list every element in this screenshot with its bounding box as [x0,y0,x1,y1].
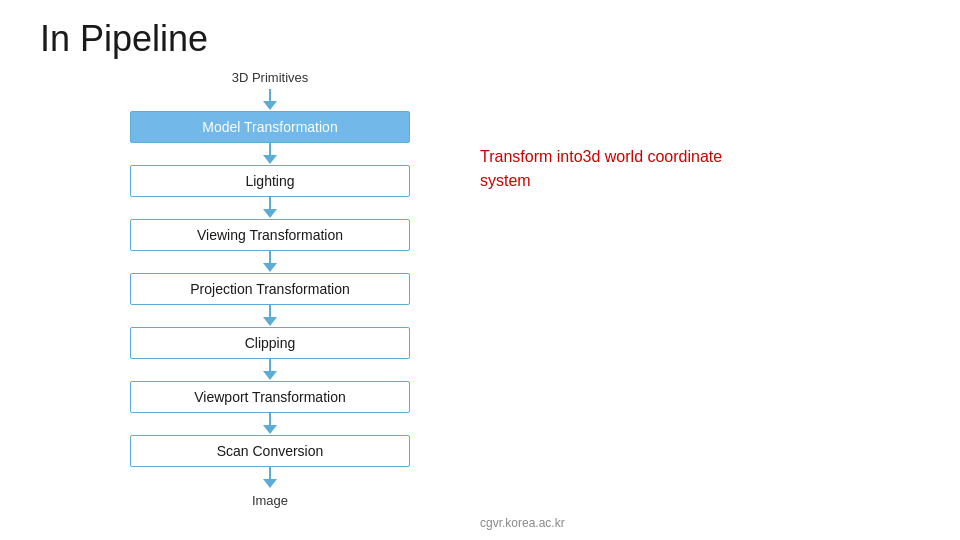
annotation: Transform into3d world coordinate system [480,145,722,193]
pipeline-container: 3D Primitives Model Transformation Light… [110,70,430,508]
arrow-top [263,89,277,111]
footer-text: cgvr.korea.ac.kr [480,516,565,530]
arrow-2 [263,197,277,219]
arrow-1 [263,143,277,165]
box-lighting: Lighting [130,165,410,197]
annotation-line1: Transform into3d world coordinate [480,145,722,169]
box-clipping: Clipping [130,327,410,359]
arrow-6 [263,413,277,435]
box-scan-conversion: Scan Conversion [130,435,410,467]
arrow-7 [263,467,277,489]
page-title: In Pipeline [40,18,208,60]
box-projection-transformation: Projection Transformation [130,273,410,305]
box-viewport-transformation: Viewport Transformation [130,381,410,413]
label-bottom: Image [252,493,288,508]
arrow-4 [263,305,277,327]
arrow-3 [263,251,277,273]
box-viewing-transformation: Viewing Transformation [130,219,410,251]
label-top: 3D Primitives [232,70,309,85]
annotation-line2: system [480,169,722,193]
arrow-5 [263,359,277,381]
box-model-transformation: Model Transformation [130,111,410,143]
